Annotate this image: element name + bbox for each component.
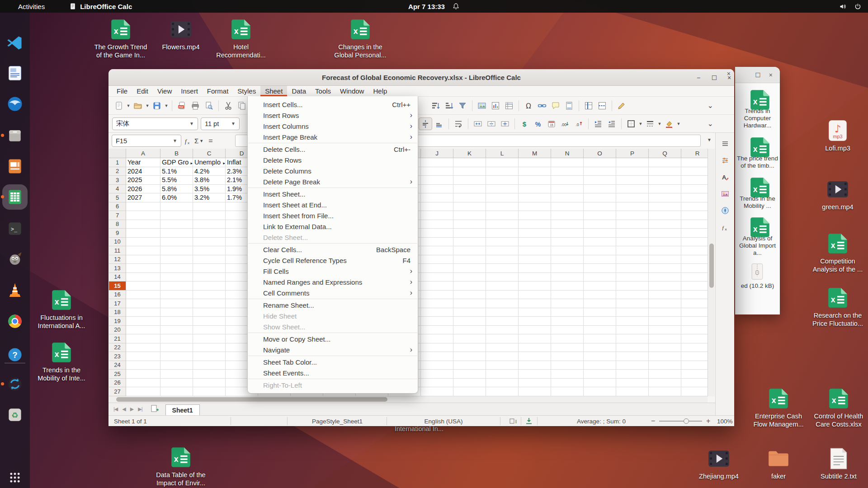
cell-A6[interactable] <box>126 202 160 211</box>
cell-L1[interactable] <box>486 158 519 167</box>
cell-O8[interactable] <box>584 220 616 229</box>
notification-bell-icon[interactable] <box>452 3 460 10</box>
cell-O14[interactable] <box>584 273 616 282</box>
cell-N4[interactable] <box>551 185 584 194</box>
cell-R16[interactable] <box>681 291 708 300</box>
cell-C21[interactable] <box>193 334 226 343</box>
cell-K25[interactable] <box>453 370 486 379</box>
cell-P21[interactable] <box>616 334 649 343</box>
cell-J23[interactable] <box>421 352 453 361</box>
menu-item-cycle-cell-reference-types[interactable]: Cycle Cell Reference TypesF4 <box>248 255 418 266</box>
function-wizard-icon[interactable]: fx <box>181 135 193 147</box>
row-header-13[interactable]: 13 <box>109 264 126 273</box>
align-center-vertical-icon[interactable] <box>419 117 432 130</box>
menu-file[interactable]: File <box>112 86 132 96</box>
minimize-button[interactable]: − <box>693 72 704 84</box>
cell-B23[interactable] <box>160 352 193 361</box>
cell-M26[interactable] <box>519 379 551 388</box>
column-header-M[interactable]: M <box>519 149 551 158</box>
cell-O13[interactable] <box>584 264 616 273</box>
cell-K6[interactable] <box>453 202 486 211</box>
background-file-window[interactable]: ☐ × xTrends in Computer Hardwar...xThe p… <box>735 67 780 314</box>
cell-C19[interactable] <box>193 317 226 326</box>
dock-item-calc[interactable] <box>5 187 25 207</box>
menu-item-insert-cells[interactable]: Insert Cells...Ctrl++ <box>248 99 418 110</box>
cell-M16[interactable] <box>519 291 551 300</box>
toolbar-overflow-icon[interactable]: ⌄ <box>708 101 713 110</box>
cell-R19[interactable] <box>681 317 708 326</box>
row-header-19[interactable]: 19 <box>109 317 126 326</box>
cell-M17[interactable] <box>519 299 551 308</box>
cell-B25[interactable] <box>160 370 193 379</box>
desktop-icon[interactable]: xEnterprise Cash Flow Managem... <box>749 386 808 428</box>
cell-Q27[interactable] <box>649 387 681 396</box>
insert-hyperlink-icon[interactable] <box>535 99 549 112</box>
maximize-icon[interactable]: ☐ <box>755 71 761 79</box>
cell-L6[interactable] <box>486 202 519 211</box>
chevron-down-icon[interactable]: ▼ <box>145 103 150 108</box>
cell-L11[interactable] <box>486 246 519 255</box>
cell-L9[interactable] <box>486 229 519 238</box>
scrollbar-thumb[interactable] <box>709 244 714 288</box>
cell-L21[interactable] <box>486 334 519 343</box>
cell-A18[interactable] <box>126 308 160 317</box>
menu-item-clear-cells[interactable]: Clear Cells...BackSpace <box>248 244 418 255</box>
cell-J25[interactable] <box>421 370 453 379</box>
row-header-24[interactable]: 24 <box>109 361 126 370</box>
next-sheet-icon[interactable]: ▶ <box>129 406 135 412</box>
cell-O6[interactable] <box>584 202 616 211</box>
cell-N27[interactable] <box>551 387 584 396</box>
cell-Q1[interactable] <box>649 158 681 167</box>
cell-J3[interactable] <box>421 176 453 185</box>
cell-C9[interactable] <box>193 229 226 238</box>
close-icon[interactable]: × <box>769 71 773 79</box>
insert-chart-icon[interactable] <box>489 99 502 112</box>
cell-N19[interactable] <box>551 317 584 326</box>
menu-item-insert-sheet[interactable]: Insert Sheet... <box>248 188 418 199</box>
cell-Q15[interactable] <box>649 282 681 291</box>
dock-item-terminal[interactable]: >_ <box>5 219 25 239</box>
pivot-table-icon[interactable] <box>502 99 516 112</box>
name-box[interactable]: F15 ▼ <box>112 135 181 147</box>
cell-R26[interactable] <box>681 379 708 388</box>
cell-R4[interactable] <box>681 185 708 194</box>
cell-R8[interactable] <box>681 220 708 229</box>
cell-P17[interactable] <box>616 299 649 308</box>
expand-formula-bar-icon[interactable]: ▼ <box>707 137 712 142</box>
cell-C4[interactable]: 3.5% <box>193 185 226 194</box>
cell-N10[interactable] <box>551 238 584 247</box>
cell-L3[interactable] <box>486 176 519 185</box>
cell-A1[interactable]: Year <box>126 158 160 167</box>
cell-N23[interactable] <box>551 352 584 361</box>
cell-Q25[interactable] <box>649 370 681 379</box>
cut-icon[interactable] <box>222 99 235 112</box>
row-header-26[interactable]: 26 <box>109 379 126 388</box>
cell-P3[interactable] <box>616 176 649 185</box>
cell-J8[interactable] <box>421 220 453 229</box>
cell-R7[interactable] <box>681 211 708 220</box>
cell-B26[interactable] <box>160 379 193 388</box>
cell-C5[interactable]: 3.2% <box>193 193 226 202</box>
file-item[interactable]: xThe price trend of the timb... <box>737 135 778 169</box>
cell-C1[interactable]: Unemplo <box>193 158 226 167</box>
row-header-23[interactable]: 23 <box>109 352 126 361</box>
row-header-27[interactable]: 27 <box>109 387 126 396</box>
export-pdf-icon[interactable]: PDF <box>175 99 189 112</box>
clock[interactable]: Apr 7 13:33 <box>408 3 445 10</box>
row-header-12[interactable]: 12 <box>109 255 126 264</box>
cell-O22[interactable] <box>584 343 616 352</box>
cell-K13[interactable] <box>453 264 486 273</box>
cell-Q4[interactable] <box>649 185 681 194</box>
cell-R20[interactable] <box>681 326 708 335</box>
cell-M21[interactable] <box>519 334 551 343</box>
power-icon[interactable] <box>854 3 862 10</box>
cell-B3[interactable]: 5.5% <box>160 176 193 185</box>
menu-item-delete-page-break[interactable]: Delete Page Break› <box>248 176 418 187</box>
cell-A3[interactable]: 2025 <box>126 176 160 185</box>
row-header-17[interactable]: 17 <box>109 299 126 308</box>
cell-P5[interactable] <box>616 193 649 202</box>
cell-A23[interactable] <box>126 352 160 361</box>
cell-R25[interactable] <box>681 370 708 379</box>
cell-J18[interactable] <box>421 308 453 317</box>
cell-Q14[interactable] <box>649 273 681 282</box>
